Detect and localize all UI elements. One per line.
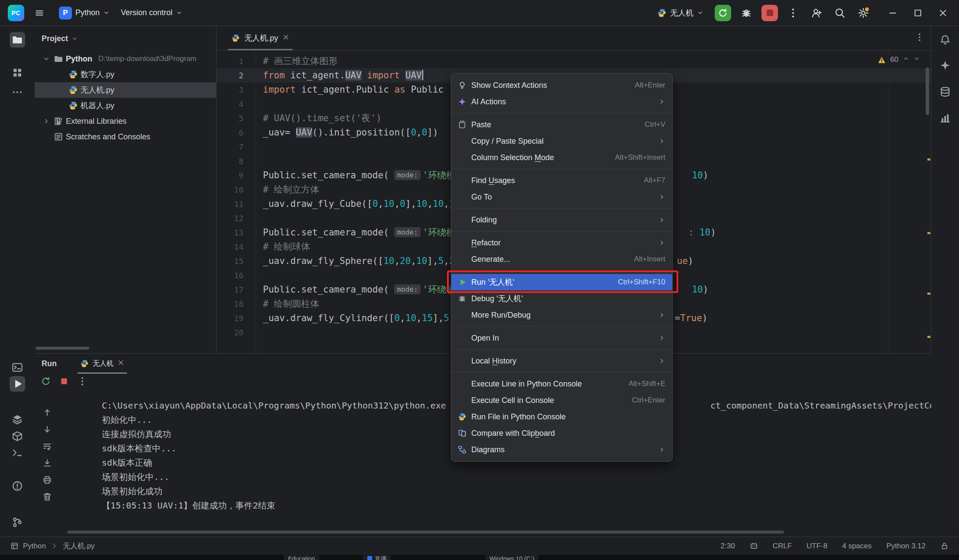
inspections-widget[interactable]: 60: [878, 55, 920, 64]
vcs-widget[interactable]: Version control: [117, 5, 187, 21]
menu-item-27[interactable]: Diagrams: [451, 441, 672, 458]
menu-item-21[interactable]: Local History: [451, 353, 672, 369]
line-number: 12: [217, 211, 256, 225]
up-button[interactable]: [41, 406, 54, 419]
menu-item-1[interactable]: AI Actions: [451, 93, 672, 110]
code-with-me-button[interactable]: [808, 5, 825, 21]
tree-item[interactable]: PythonD:\temp-download\3dProgram: [35, 51, 216, 67]
menu-item-12[interactable]: Refactor: [451, 235, 672, 251]
menu-item-24[interactable]: Execute Cell in ConsoleCtrl+Enter: [451, 392, 672, 409]
close-icon: [117, 359, 124, 366]
more-v-button[interactable]: [77, 376, 87, 388]
line-separator[interactable]: CRLF: [773, 542, 792, 550]
python-icon: [68, 85, 78, 95]
taskbar-item[interactable]: 直播: [363, 555, 391, 560]
scrollend-button[interactable]: [41, 457, 54, 470]
ai-assistant-status-icon[interactable]: [750, 542, 758, 550]
run-tab[interactable]: 无人机: [76, 354, 129, 373]
prev-problem-button[interactable]: [903, 55, 909, 64]
menu-item-0[interactable]: Show Context ActionsAlt+Enter: [451, 77, 672, 93]
warning-stripe-mark[interactable]: [927, 293, 930, 295]
taskbar-item[interactable]: Education: [284, 555, 319, 560]
tree-item[interactable]: 机器人.py: [35, 98, 216, 113]
menu-item-17[interactable]: More Run/Debug: [451, 307, 672, 323]
run-config-widget[interactable]: 无人机: [653, 4, 708, 22]
project-panel-header[interactable]: Project: [35, 26, 216, 51]
tab-options-button[interactable]: [915, 32, 924, 44]
settings-button[interactable]: [855, 5, 872, 21]
git-button[interactable]: [10, 515, 25, 530]
status-project[interactable]: Python: [23, 542, 46, 550]
menu-item-26[interactable]: Compare with Clipboard: [451, 425, 672, 441]
close-button[interactable]: [938, 8, 948, 18]
menu-item-7[interactable]: Find UsagesAlt+F7: [451, 172, 672, 189]
stop-button[interactable]: [59, 376, 69, 388]
run-tab-close-button[interactable]: [117, 359, 124, 368]
down-button[interactable]: [41, 423, 54, 436]
editor-scrollbar[interactable]: [926, 68, 929, 115]
menu-item-4[interactable]: Copy / Paste Special: [451, 133, 672, 149]
bell-button[interactable]: [937, 32, 953, 48]
services-button[interactable]: [10, 412, 25, 427]
next-problem-button[interactable]: [914, 55, 920, 64]
warning-stripe-mark[interactable]: [927, 336, 930, 338]
editor-tab[interactable]: 无人机.py: [225, 26, 295, 50]
python-console-button[interactable]: [10, 360, 25, 375]
debug-button[interactable]: [738, 5, 755, 21]
stop-button[interactable]: [761, 5, 778, 21]
line-number: 17: [217, 283, 256, 297]
minimize-button[interactable]: [888, 8, 897, 18]
code-line-1[interactable]: 1# 画三维立体图形: [217, 54, 931, 68]
run-button[interactable]: [10, 376, 25, 392]
wrap-button[interactable]: [41, 440, 54, 453]
warning-stripe-mark[interactable]: [927, 158, 930, 161]
diagram-icon: [458, 445, 467, 454]
python-interpreter[interactable]: Python 3.12: [886, 542, 926, 550]
tree-item[interactable]: 无人机.py: [35, 82, 216, 98]
run-panel-title[interactable]: Run: [42, 359, 57, 368]
menu-item-10[interactable]: Folding: [451, 212, 672, 228]
menu-item-5[interactable]: Column Selection ModeAlt+Shift+Insert: [451, 149, 672, 166]
tree-item[interactable]: External Libraries: [35, 113, 216, 129]
tree-item[interactable]: Scratches and Consoles: [35, 129, 216, 145]
project-widget[interactable]: P Python: [55, 3, 114, 23]
folder-button[interactable]: [10, 32, 25, 48]
menu-item-3[interactable]: PasteCtrl+V: [451, 116, 672, 133]
menu-item-23[interactable]: Execute Line in Python ConsoleAlt+Shift+…: [451, 376, 672, 392]
print-button[interactable]: [41, 473, 54, 486]
warning-stripe-mark[interactable]: [927, 232, 930, 234]
taskbar-item[interactable]: Windows 10 (C:): [485, 555, 538, 560]
ai-star-button[interactable]: [937, 58, 953, 73]
rerun-button[interactable]: [715, 5, 731, 21]
menu-item-8[interactable]: Go To: [451, 189, 672, 205]
more-actions-button[interactable]: [785, 5, 801, 21]
menu-item-15[interactable]: Run '无人机'Ctrl+Shift+F10: [451, 274, 672, 290]
menu-item-19[interactable]: Open In: [451, 330, 672, 346]
menu-item-25[interactable]: Run File in Python Console: [451, 409, 672, 425]
console-scrollbar[interactable]: [67, 531, 784, 534]
more-h-button[interactable]: [10, 84, 25, 100]
trash-button[interactable]: [41, 490, 54, 503]
problems-button[interactable]: [10, 478, 25, 494]
warning-icon: [878, 56, 886, 64]
chev-right-icon: [658, 335, 665, 341]
structure-button[interactable]: [10, 65, 25, 80]
packages-button[interactable]: [10, 428, 25, 444]
file-encoding[interactable]: UTF-8: [807, 542, 827, 550]
chart-button[interactable]: [937, 110, 953, 126]
tree-item[interactable]: 数字人.py: [35, 67, 216, 82]
project-panel-scrollbar[interactable]: [36, 347, 89, 350]
search-everywhere-button[interactable]: [832, 5, 848, 21]
db-button[interactable]: [937, 84, 953, 100]
indent-style[interactable]: 4 spaces: [842, 542, 872, 550]
chevron-down-icon: [103, 10, 110, 16]
terminal-button[interactable]: [10, 445, 25, 460]
tab-close-button[interactable]: [282, 34, 289, 42]
rerun-button[interactable]: [41, 376, 51, 388]
maximize-button[interactable]: [913, 8, 923, 18]
menu-item-13[interactable]: Generate...Alt+Insert: [451, 251, 672, 267]
caret-position[interactable]: 2:30: [721, 542, 735, 550]
menu-item-16[interactable]: Debug '无人机': [451, 290, 672, 307]
lock-icon[interactable]: [940, 542, 949, 550]
main-menu-button[interactable]: [30, 5, 49, 21]
